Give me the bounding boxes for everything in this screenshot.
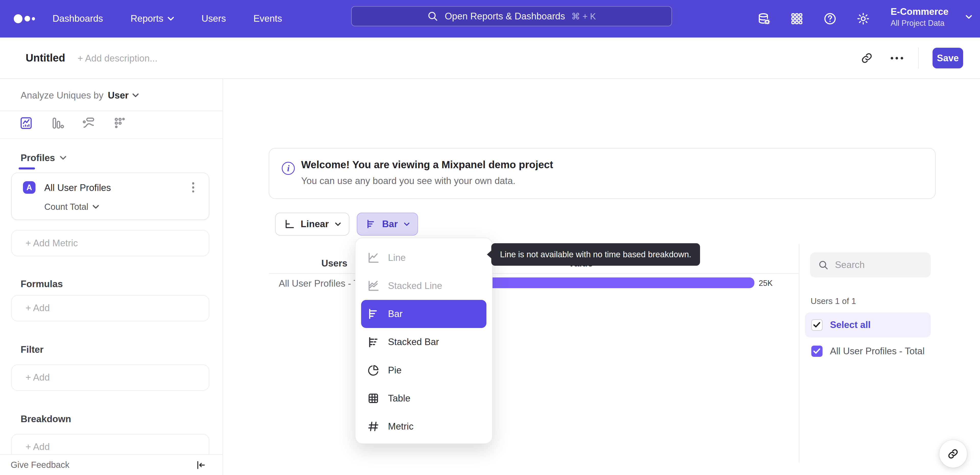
mixpanel-insights-app: Dashboards Reports Users Events Open Rep… — [0, 0, 980, 475]
table-icon — [367, 392, 380, 405]
report-actions: Save — [861, 46, 963, 70]
chevron-down-icon — [93, 205, 99, 209]
metric-card: A All User Profiles Count Total — [11, 172, 209, 220]
bar-chart-icon — [367, 307, 380, 320]
chevron-down-icon — [404, 222, 410, 226]
nav-utility-icons — [756, 11, 870, 26]
mixpanel-logo-icon[interactable] — [14, 0, 35, 38]
menu-item-line[interactable]: Line — [361, 244, 487, 272]
chevron-down-icon — [168, 17, 174, 21]
menu-item-stacked-line[interactable]: Stacked Line — [361, 272, 487, 300]
copy-url-fab[interactable] — [939, 440, 967, 468]
chart-bar-value: 25K — [759, 279, 773, 288]
settings-gear-icon[interactable] — [856, 11, 871, 26]
query-builder-sidebar: Analyze Uniques by User — [0, 79, 223, 475]
legend-search-input[interactable] — [835, 260, 923, 270]
chart-type-menu: Line Stacked Line Bar Stacked Bar Pie Ta… — [355, 238, 493, 444]
add-description-button[interactable]: + Add description... — [78, 53, 158, 64]
select-all-checkbox[interactable] — [811, 319, 822, 330]
legend-search — [810, 252, 931, 277]
nav-dashboards[interactable]: Dashboards — [52, 13, 103, 24]
tooltip-arrow — [487, 250, 492, 259]
apps-grid-icon[interactable] — [789, 11, 804, 26]
report-type-tabs — [0, 111, 223, 139]
analyze-label: Analyze Uniques by — [21, 90, 103, 101]
menu-item-pie[interactable]: Pie — [361, 356, 487, 384]
project-name: E-Commerce — [891, 6, 972, 18]
bar-chart-icon — [366, 218, 376, 230]
stacked-line-chart-icon — [367, 279, 380, 292]
metric-menu-button[interactable] — [188, 181, 199, 194]
add-filter-button[interactable]: + Add — [11, 365, 209, 391]
profiles-section-header[interactable]: Profiles — [21, 153, 66, 163]
banner-title: Welcome! You are viewing a Mixpanel demo… — [301, 159, 553, 171]
menu-item-table[interactable]: Table — [361, 384, 487, 413]
chart-type-dropdown[interactable]: Bar — [357, 213, 418, 236]
search-placeholder: Open Reports & Dashboards — [445, 11, 565, 22]
add-formula-button[interactable]: + Add — [11, 295, 209, 321]
help-icon[interactable] — [822, 11, 838, 26]
series-label: All User Profiles - Total — [830, 346, 924, 357]
banner-subtitle: You can use any board you see with your … — [301, 175, 515, 186]
chart-row-label: All User Profiles - T — [279, 278, 360, 289]
search-shortcut: ⌘ + K — [571, 11, 596, 21]
divider — [918, 48, 919, 69]
scale-dropdown[interactable]: Linear — [275, 213, 349, 236]
active-tab-indicator — [19, 167, 35, 169]
chevron-down-icon — [60, 156, 66, 160]
legend-count: Users 1 of 1 — [811, 296, 856, 306]
analyze-uniques-row: Analyze Uniques by User — [21, 90, 139, 101]
filter-section-header: Filter — [21, 344, 44, 355]
series-checkbox[interactable] — [811, 346, 822, 357]
search-icon — [427, 11, 438, 22]
report-header: Untitled + Add description... Save — [0, 38, 980, 79]
legend-select-all-row[interactable]: Select all — [805, 312, 931, 338]
project-switcher[interactable]: E-Commerce All Project Data — [891, 6, 972, 28]
legend-series-row[interactable]: All User Profiles - Total — [805, 340, 931, 362]
metric-aggregation-dropdown[interactable]: Count Total — [44, 202, 99, 212]
project-scope: All Project Data — [891, 18, 972, 28]
tab-funnels[interactable] — [50, 116, 66, 132]
add-metric-button[interactable]: + Add Metric — [11, 230, 209, 256]
divider — [799, 244, 799, 462]
pie-chart-icon — [367, 364, 380, 377]
nav-events[interactable]: Events — [253, 13, 282, 24]
metric-hash-icon — [367, 420, 380, 433]
line-chart-icon — [367, 251, 380, 264]
tab-insights[interactable] — [19, 116, 35, 132]
report-title[interactable]: Untitled — [25, 52, 65, 64]
data-management-icon[interactable] — [756, 11, 771, 26]
chevron-down-icon — [132, 93, 138, 97]
metric-name[interactable]: All User Profiles — [44, 182, 111, 193]
info-icon: i — [282, 162, 295, 175]
sidebar-footer: Give Feedback — [0, 454, 223, 475]
select-all-label: Select all — [830, 320, 870, 330]
chart-grid-line — [269, 273, 799, 274]
nav-reports[interactable]: Reports — [130, 13, 174, 24]
tab-retention[interactable] — [113, 116, 129, 132]
tab-flows[interactable] — [81, 116, 97, 132]
give-feedback-link[interactable]: Give Feedback — [11, 460, 69, 470]
chevron-down-icon — [335, 222, 341, 226]
stacked-bar-chart-icon — [367, 336, 380, 349]
search-icon — [818, 260, 829, 271]
top-navbar: Dashboards Reports Users Events Open Rep… — [0, 0, 980, 38]
line-disabled-tooltip: Line is not available with no time based… — [491, 243, 700, 266]
save-button[interactable]: Save — [932, 48, 963, 69]
demo-banner: i Welcome! You are viewing a Mixpanel de… — [269, 148, 935, 199]
formulas-section-header: Formulas — [21, 279, 63, 289]
menu-item-bar[interactable]: Bar — [361, 300, 487, 328]
link-icon — [947, 448, 959, 460]
nav-users[interactable]: Users — [201, 13, 226, 24]
analyze-entity-dropdown[interactable]: User — [108, 90, 139, 101]
linear-scale-icon — [283, 218, 295, 230]
global-search-button[interactable]: Open Reports & Dashboards ⌘ + K — [351, 6, 672, 26]
metric-badge: A — [23, 181, 35, 194]
breakdown-section-header: Breakdown — [21, 414, 71, 424]
collapse-sidebar-icon[interactable] — [195, 459, 206, 471]
primary-nav: Dashboards Reports Users Events — [52, 13, 282, 24]
menu-item-stacked-bar[interactable]: Stacked Bar — [361, 328, 487, 356]
more-options-button[interactable] — [891, 57, 903, 59]
menu-item-metric[interactable]: Metric — [361, 413, 487, 440]
copy-link-icon[interactable] — [861, 52, 873, 64]
